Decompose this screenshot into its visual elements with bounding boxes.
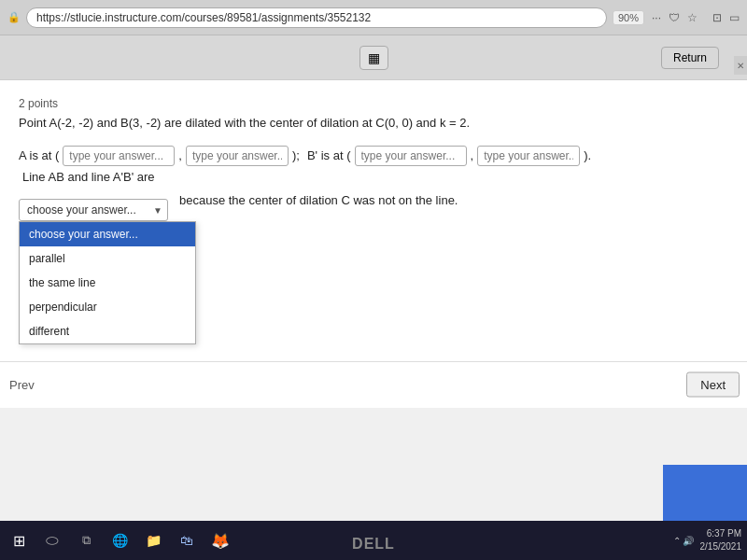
- dropdown-item-same-line[interactable]: the same line: [20, 271, 195, 295]
- zoom-level: 90%: [613, 10, 644, 25]
- dell-logo: DELL: [352, 536, 395, 553]
- b-y-input[interactable]: [477, 146, 580, 166]
- dropdown-item-perpendicular[interactable]: perpendicular: [20, 295, 195, 319]
- more-icon[interactable]: ···: [652, 11, 661, 24]
- a-comma: ,: [178, 148, 182, 162]
- a-y-input[interactable]: [186, 146, 289, 166]
- answer-row: A is at ( , ); B' is at ( , ). Line AB a…: [19, 146, 728, 184]
- blue-panel: [663, 465, 747, 521]
- browser-actions: 90% ··· 🛡 ☆ ⊡ ▭: [613, 10, 740, 25]
- calculator-button[interactable]: ▦: [359, 46, 388, 70]
- b-comma: ,: [471, 148, 474, 162]
- content-area: ▦ Return ✕ 2 points Point A(-2, -2) and …: [0, 35, 747, 521]
- lock-icon: 🔒: [7, 11, 21, 23]
- taskbar-store[interactable]: 🛍: [172, 527, 202, 553]
- question-area: 2 points Point A(-2, -2) and B(3, -2) ar…: [0, 80, 747, 231]
- quiz-toolbar: ▦ Return: [0, 35, 747, 80]
- question-text: Point A(-2, -2) and B(3, -2) are dilated…: [19, 114, 728, 133]
- extensions-icon: ⊡: [712, 11, 722, 24]
- a-x-input[interactable]: [63, 146, 175, 166]
- dropdown-item-default[interactable]: choose your answer...: [20, 222, 195, 246]
- url-bar[interactable]: https://stlucie.instructure.com/courses/…: [26, 7, 607, 28]
- because-text: because the center of dilation C was not…: [179, 193, 458, 207]
- dropdown-row: choose your answer... parallel the same …: [19, 193, 728, 221]
- clock-date: 2/15/2021: [700, 540, 742, 553]
- answer-dropdown[interactable]: choose your answer... parallel the same …: [19, 199, 168, 221]
- taskbar-taskview[interactable]: ⧉: [71, 527, 101, 553]
- next-button[interactable]: Next: [686, 372, 740, 398]
- dropdown-item-parallel[interactable]: parallel: [20, 246, 195, 271]
- taskbar-search[interactable]: ⬭: [37, 527, 67, 553]
- b-label: B' is at (: [307, 148, 351, 162]
- taskbar-explorer[interactable]: 📁: [138, 527, 168, 553]
- taskbar-app-orange[interactable]: 🦊: [205, 527, 235, 553]
- clock-time: 6:37 PM: [700, 527, 742, 540]
- browser-bar: 🔒 https://stlucie.instructure.com/course…: [0, 0, 747, 35]
- dropdown-open-list: choose your answer... parallel the same …: [19, 221, 196, 344]
- side-pin[interactable]: ✕: [734, 56, 747, 75]
- answer-dropdown-wrapper: choose your answer... parallel the same …: [19, 199, 168, 221]
- a-label: A is at (: [19, 148, 59, 162]
- url-text: https://stlucie.instructure.com/courses/…: [36, 11, 371, 24]
- b-close: ).: [584, 148, 591, 162]
- window-icon: ▭: [729, 11, 740, 24]
- windows-start-button[interactable]: ⊞: [6, 527, 32, 553]
- star-icon[interactable]: ☆: [687, 11, 698, 24]
- dropdown-item-different[interactable]: different: [20, 319, 195, 343]
- taskbar-tray: ⌃ 🔊 6:37 PM 2/15/2021: [673, 527, 741, 553]
- quiz-content: 2 points Point A(-2, -2) and B(3, -2) ar…: [0, 80, 747, 408]
- return-button[interactable]: Return: [661, 47, 719, 69]
- shield-icon: 🛡: [669, 11, 680, 24]
- taskbar: ⊞ ⬭ ⧉ 🌐 📁 🛍 🦊 ⌃ 🔊 6:37 PM 2/15/2021 DELL: [0, 521, 747, 560]
- a-close: );: [292, 148, 300, 162]
- nav-row: Prev Next: [0, 361, 747, 408]
- b-x-input[interactable]: [355, 146, 467, 166]
- tray-icons: ⌃ 🔊: [673, 536, 695, 546]
- points-label: 2 points: [19, 97, 728, 110]
- line-text: Line AB and line A'B' are: [22, 170, 155, 184]
- taskbar-edge[interactable]: 🌐: [105, 527, 134, 553]
- system-clock: 6:37 PM 2/15/2021: [700, 527, 742, 553]
- prev-button[interactable]: Prev: [9, 378, 35, 392]
